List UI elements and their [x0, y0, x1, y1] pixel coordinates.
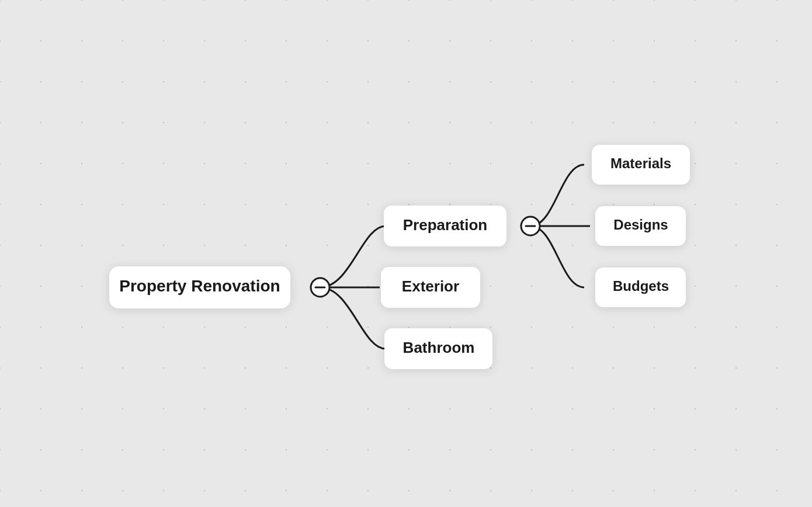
connector-prep-materials [530, 165, 584, 226]
budgets-node-label: Budgets [613, 278, 669, 294]
root-node-label: Property Renovation [119, 277, 280, 295]
materials-node-label: Materials [610, 155, 671, 171]
connector-prep-budgets [530, 226, 584, 287]
connector-root-preparation [320, 226, 386, 287]
preparation-node-label: Preparation [403, 216, 488, 234]
bathroom-node-label: Bathroom [403, 339, 475, 356]
mindmap-svg: Property Renovation Preparation Exterior… [0, 0, 812, 507]
connector-root-bathroom [320, 287, 386, 349]
mindmap-container: Property Renovation Preparation Exterior… [0, 0, 812, 507]
exterior-node-label: Exterior [402, 277, 459, 295]
designs-node-label: Designs [613, 217, 668, 232]
